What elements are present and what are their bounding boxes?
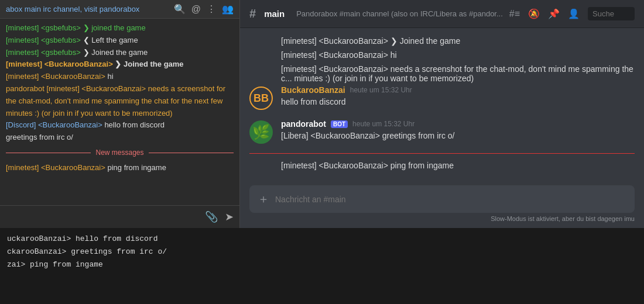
irc-message-text: ❯ Joined the game bbox=[115, 60, 183, 68]
discord-message-text: [Libera] <BuckarooBanzai> greetings from… bbox=[281, 130, 635, 142]
at-icon[interactable]: @ bbox=[191, 4, 201, 15]
irc-username: [Discord] <BuckarooBanzai> bbox=[6, 120, 102, 129]
pin-icon[interactable]: 📌 bbox=[548, 8, 560, 19]
discord-message-content: BuckarooBanzai heute um 15:32 Uhr hello … bbox=[281, 85, 635, 110]
add-message-icon[interactable]: ＋ bbox=[258, 191, 269, 207]
irc-message-text: hello from discord bbox=[104, 120, 165, 129]
list-item: [minetest] <BuckarooBanzai> hi bbox=[6, 71, 234, 83]
discord-message-header: BuckarooBanzai heute um 15:32 Uhr bbox=[281, 85, 635, 95]
discord-system-text: [minetest] <BuckarooBanzai> ❯ Joined the… bbox=[281, 36, 460, 46]
discord-timestamp: heute um 15:32 Uhr bbox=[350, 86, 412, 94]
list-item: [minetest] <gsbefubs> ❯ Joined the game bbox=[6, 47, 234, 59]
members-icon[interactable]: 👤 bbox=[568, 8, 580, 19]
discord-message-header: pandorabot BOT heute um 15:32 Uhr bbox=[281, 119, 635, 129]
list-item: [minetest] <gsbefubs> ❮ Left the game bbox=[6, 34, 234, 47]
mute-icon[interactable]: 🔕 bbox=[528, 8, 540, 19]
discord-input-wrapper: ＋ bbox=[249, 185, 635, 213]
irc-username: [minetest] <BuckarooBanzai> bbox=[6, 163, 105, 172]
irc-footer: 📎 ➤ bbox=[0, 205, 239, 228]
members-icon[interactable]: 👥 bbox=[222, 4, 234, 15]
discord-header-icons: #≡ 🔕 📌 👤 bbox=[509, 7, 635, 20]
irc-message-text: hi bbox=[107, 72, 113, 81]
discord-message-group: 🌿 pandorabot BOT heute um 15:32 Uhr [Lib… bbox=[249, 119, 635, 144]
discord-system-text: [minetest] <BuckarooBanzai> needs a scre… bbox=[281, 64, 633, 83]
terminal-text: zai> ping from ingame bbox=[7, 260, 103, 269]
irc-username: [minetest] <BuckarooBanzai> bbox=[6, 60, 113, 68]
list-item: [minetest] <BuckarooBanzai> ❯ Joined the… bbox=[249, 34, 635, 48]
threads-icon[interactable]: #≡ bbox=[509, 9, 520, 19]
channel-hash-icon: # bbox=[249, 7, 256, 20]
irc-messages: [minetest] <gsbefubs> ❯ joined the game … bbox=[0, 19, 239, 205]
list-item: [minetest] <BuckarooBanzai> needs a scre… bbox=[249, 62, 635, 85]
discord-footer: ＋ Slow-Modus ist aktiviert, aber du bist… bbox=[240, 179, 644, 228]
discord-system-text: [minetest] <BuckarooBanzai> ping from in… bbox=[281, 161, 454, 170]
terminal-text: ckarooBanzai> greetings from irc o/ bbox=[7, 247, 167, 256]
irc-panel: abox main irc channel, visit pandorabox … bbox=[0, 0, 240, 228]
bot-badge: BOT bbox=[331, 120, 348, 128]
irc-header-title: abox main irc channel, visit pandorabox bbox=[6, 5, 139, 13]
terminal-panel: uckarooBanzai> hello from discord ckaroo… bbox=[0, 228, 644, 304]
terminal-line: zai> ping from ingame bbox=[7, 258, 637, 271]
irc-username: [minetest] <BuckarooBanzai> bbox=[6, 72, 105, 81]
discord-message-input[interactable] bbox=[275, 195, 626, 204]
list-item: [minetest] <BuckarooBanzai> ping from in… bbox=[249, 158, 635, 172]
terminal-line: ckarooBanzai> greetings from irc o/ bbox=[7, 246, 637, 258]
irc-message-text: ❮ Left the game bbox=[83, 36, 138, 44]
channel-description: Pandorabox #main channel (also on IRC/Li… bbox=[296, 9, 503, 18]
avatar: BB bbox=[249, 87, 273, 110]
slow-mode-notice: Slow-Modus ist aktiviert, aber du bist d… bbox=[249, 213, 635, 222]
attach-icon[interactable]: 📎 bbox=[205, 210, 218, 223]
channel-name: main bbox=[264, 9, 285, 19]
list-item: [minetest] <BuckarooBanzai> ❯ Joined the… bbox=[6, 58, 234, 71]
irc-username: [minetest] <gsbefubs> bbox=[6, 48, 81, 57]
discord-panel: # main Pandorabox #main channel (also on… bbox=[240, 0, 644, 228]
irc-link[interactable]: pandorabox bbox=[100, 5, 140, 13]
list-item: [minetest] <BuckarooBanzai> hi bbox=[249, 48, 635, 62]
list-item: [Discord] <BuckarooBanzai> hello from di… bbox=[6, 119, 234, 132]
irc-header-icons: 🔍 @ ⋮ 👥 bbox=[174, 4, 234, 15]
unread-divider bbox=[249, 153, 635, 154]
irc-message-text: ❯ joined the game bbox=[83, 23, 146, 32]
irc-message-text: ping from ingame bbox=[107, 163, 166, 172]
discord-search-input[interactable] bbox=[588, 7, 635, 20]
discord-message-group: BB BuckarooBanzai heute um 15:32 Uhr hel… bbox=[249, 85, 635, 110]
discord-message-content: pandorabot BOT heute um 15:32 Uhr [Liber… bbox=[281, 119, 635, 144]
discord-username: pandorabot bbox=[281, 119, 326, 129]
discord-messages: [minetest] <BuckarooBanzai> ❯ Joined the… bbox=[240, 28, 644, 179]
search-icon[interactable]: 🔍 bbox=[174, 4, 186, 15]
irc-header: abox main irc channel, visit pandorabox … bbox=[0, 0, 239, 19]
list-item: greetings from irc o/ bbox=[6, 132, 234, 144]
discord-username: BuckarooBanzai bbox=[281, 85, 345, 95]
menu-icon[interactable]: ⋮ bbox=[207, 4, 216, 15]
list-item: pandorabot [minetest] <BuckarooBanzai> n… bbox=[6, 83, 234, 119]
discord-header: # main Pandorabox #main channel (also on… bbox=[240, 0, 644, 28]
discord-timestamp: heute um 15:32 Uhr bbox=[352, 120, 415, 128]
list-item: [minetest] <BuckarooBanzai> ping from in… bbox=[6, 162, 234, 174]
irc-message-text: ❯ Joined the game bbox=[83, 48, 148, 57]
irc-message-text: pandorabot [minetest] <BuckarooBanzai> n… bbox=[6, 84, 225, 118]
irc-username: [minetest] <gsbefubs> bbox=[6, 23, 81, 32]
pandora-avatar-icon: 🌿 bbox=[252, 124, 270, 140]
new-messages-label: New messages bbox=[95, 147, 143, 158]
list-item: [minetest] <gsbefubs> ❯ joined the game bbox=[6, 22, 234, 34]
avatar: 🌿 bbox=[249, 120, 273, 144]
discord-message-text: hello from discord bbox=[281, 96, 635, 108]
send-icon[interactable]: ➤ bbox=[225, 210, 234, 223]
irc-username: [minetest] <gsbefubs> bbox=[6, 36, 81, 44]
discord-system-text: [minetest] <BuckarooBanzai> hi bbox=[281, 50, 397, 60]
terminal-line: uckarooBanzai> hello from discord bbox=[7, 233, 637, 246]
new-messages-divider: New messages bbox=[6, 147, 234, 158]
terminal-text: uckarooBanzai> hello from discord bbox=[7, 234, 157, 243]
irc-message-text: greetings from irc o/ bbox=[6, 133, 73, 141]
